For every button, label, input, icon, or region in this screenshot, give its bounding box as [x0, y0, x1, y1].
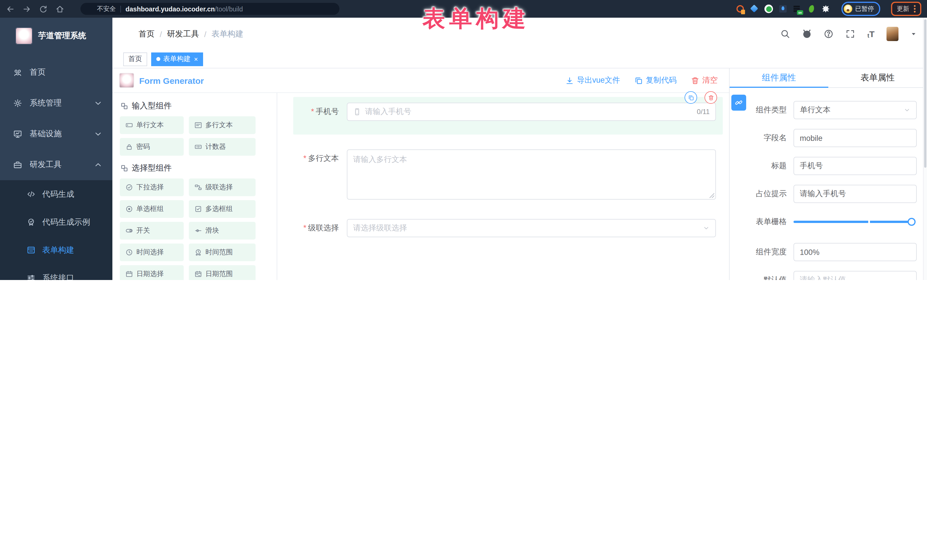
- sidebar-subitem-代码生成[interactable]: 代码生成: [0, 180, 112, 208]
- property-input[interactable]: mobile: [793, 129, 917, 147]
- sidebar-subitem-代码生成示例[interactable]: 代码生成示例: [0, 208, 112, 236]
- property-input[interactable]: 100%: [793, 243, 917, 261]
- sidebar-item-2[interactable]: 系统管理: [0, 88, 112, 118]
- palette-item-下拉选择[interactable]: 下拉选择: [120, 179, 184, 196]
- extension-orange-ring-icon[interactable]: [736, 5, 745, 13]
- sidebar-item-4[interactable]: 研发工具: [0, 149, 112, 180]
- form-generator-logo: [119, 73, 134, 88]
- canvas-field-多行文本[interactable]: *多行文本请输入多行文本: [293, 149, 723, 200]
- property-input[interactable]: 请输入默认值: [793, 271, 917, 280]
- palette-section-title: 输入型组件: [120, 101, 269, 111]
- search-button[interactable]: [781, 29, 790, 39]
- property-label: 占位提示: [729, 185, 787, 203]
- property-input[interactable]: 请输入手机号: [793, 185, 917, 203]
- palette-item-多行文本[interactable]: 多行文本: [189, 116, 255, 134]
- bookmark-star-icon[interactable]: [715, 5, 723, 13]
- browser-arrow-right-button[interactable]: [22, 4, 31, 14]
- fullscreen-button[interactable]: [846, 29, 856, 39]
- palette-item-单选框组[interactable]: 单选框组: [120, 200, 184, 218]
- palette-item-label: 多行文本: [205, 120, 233, 130]
- property-input[interactable]: 手机号: [793, 157, 917, 175]
- help-button[interactable]: [824, 29, 834, 39]
- sidebar-item-1[interactable]: 首页: [0, 57, 112, 88]
- form-generator-header: Form Generator 导出vue文件复制代码清空: [112, 68, 729, 93]
- canvas-field-级联选择[interactable]: *级联选择请选择级联选择: [293, 219, 723, 237]
- extension-sprout-icon[interactable]: [807, 5, 816, 13]
- select-input[interactable]: 请选择级联选择: [347, 219, 716, 237]
- font-size-icon[interactable]: tT: [868, 29, 874, 39]
- palette-item-级联选择[interactable]: 级联选择: [189, 179, 255, 196]
- palette-item-label: 下拉选择: [136, 182, 164, 192]
- cascader-icon: [195, 184, 202, 191]
- breadcrumb-item[interactable]: 首页: [138, 29, 155, 39]
- palette-item-时间范围[interactable]: 时间范围: [189, 243, 255, 261]
- profile-paused-badge[interactable]: 已暂停: [842, 2, 880, 16]
- app-title: 芋道管理系统: [38, 31, 86, 41]
- property-select[interactable]: 单行文本: [793, 101, 917, 119]
- close-icon[interactable]: ×: [194, 56, 198, 62]
- palette-item-滑块[interactable]: 滑块: [189, 222, 255, 240]
- tab-表单属性[interactable]: 表单属性: [828, 68, 927, 87]
- sidebar-item-3[interactable]: 基础设施: [0, 118, 112, 149]
- palette-item-日期范围[interactable]: 日期范围: [189, 265, 255, 280]
- breadcrumb-item[interactable]: 研发工具: [167, 29, 199, 39]
- required-asterisk: *: [303, 223, 306, 232]
- component-icon: [120, 102, 128, 110]
- password-icon: [126, 143, 133, 150]
- canvas-field-手机号[interactable]: *手机号请输入手机号0/11: [293, 97, 723, 135]
- sidebar-subitem-label: 代码生成: [42, 189, 74, 199]
- field-control: 请选择级联选择: [347, 219, 716, 237]
- delete-field-button[interactable]: [705, 91, 717, 104]
- copy-icon: [688, 94, 694, 101]
- text-input[interactable]: 请输入手机号0/11: [347, 103, 716, 121]
- extension-blue-gem-icon[interactable]: [750, 5, 759, 13]
- palette-item-日期选择[interactable]: 日期选择: [120, 265, 184, 280]
- browser-reload-button[interactable]: [39, 4, 48, 14]
- palette-item-label: 密码: [136, 142, 150, 152]
- property-control: mobile: [793, 129, 917, 147]
- sidebar-subitem-系统接口[interactable]: 系统接口: [0, 264, 112, 280]
- browser-arrow-left-button[interactable]: [6, 4, 15, 14]
- duplicate-field-button[interactable]: [685, 91, 697, 104]
- browser-update-button[interactable]: 更新: [891, 2, 921, 16]
- palette-item-多选框组[interactable]: 多选框组: [189, 200, 255, 218]
- tab-tag-首页[interactable]: 首页: [123, 52, 147, 66]
- palette-item-label: 滑块: [205, 226, 219, 235]
- palette-item-单行文本[interactable]: 单行文本: [120, 116, 184, 134]
- caret-down-button[interactable]: [910, 31, 917, 37]
- sidebar-subitem-表单构建[interactable]: 表单构建: [0, 236, 112, 264]
- extension-green-circle-icon[interactable]: [764, 5, 773, 13]
- chevron-down-icon: [94, 99, 103, 108]
- sidebar-item-label: 首页: [30, 67, 46, 77]
- window-scrollbar[interactable]: [923, 18, 927, 280]
- user-avatar[interactable]: [886, 27, 898, 41]
- resize-grip-icon[interactable]: [709, 193, 714, 198]
- 复制代码-button[interactable]: 复制代码: [634, 75, 676, 85]
- grid-slider[interactable]: [793, 213, 917, 231]
- address-bar[interactable]: 不安全 dashboard.yudao.iocoder.cn/tool/buil…: [81, 3, 339, 15]
- tab-tag-表单构建[interactable]: 表单构建×: [151, 52, 203, 66]
- field-control: 请输入多行文本: [347, 149, 716, 200]
- monitor-icon: [13, 129, 22, 138]
- toolbox-icon: [13, 160, 22, 169]
- palette-item-密码[interactable]: 密码: [120, 138, 184, 156]
- hamburger-icon[interactable]: [119, 29, 129, 39]
- textarea-input[interactable]: 请输入多行文本: [347, 149, 716, 200]
- breadcrumb: 首页/研发工具/表单构建: [138, 29, 243, 39]
- palette-item-label: 级联选择: [205, 182, 233, 192]
- extension-dark-pin-icon[interactable]: [779, 5, 787, 13]
- extension-puzzle-icon[interactable]: [821, 5, 830, 13]
- link-button[interactable]: [731, 95, 746, 111]
- extension-blocks-on-icon[interactable]: on: [793, 5, 801, 13]
- app-logo-row[interactable]: 芋道管理系统: [0, 18, 112, 50]
- 清空-button[interactable]: 清空: [691, 75, 718, 85]
- 导出vue文件-button[interactable]: 导出vue文件: [565, 75, 620, 85]
- slider-handle[interactable]: [907, 218, 916, 226]
- palette-item-开关[interactable]: 开关: [120, 222, 184, 240]
- tab-组件属性[interactable]: 组件属性: [729, 68, 828, 87]
- browser-home-button[interactable]: [55, 4, 64, 14]
- github-button[interactable]: [802, 29, 812, 39]
- palette-item-计数器[interactable]: 计数器: [189, 138, 255, 156]
- breadcrumb-separator: /: [204, 29, 207, 38]
- palette-item-时间选择[interactable]: 时间选择: [120, 243, 184, 261]
